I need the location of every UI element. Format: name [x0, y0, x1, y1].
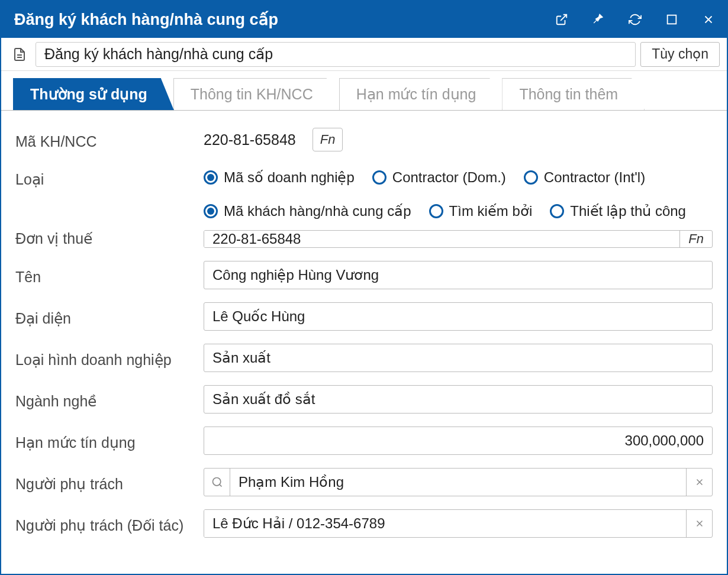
tab-bar: Thường sử dụng Thông tin KH/NCC Hạn mức …	[1, 71, 727, 111]
manager-clear-button[interactable]	[686, 469, 712, 496]
tax-label: Đơn vị thuế	[15, 203, 204, 247]
code-label: Mã KH/NCC	[15, 130, 204, 150]
name-label: Tên	[15, 265, 204, 286]
biztype-label: Loại hình doanh nghiệp	[15, 348, 204, 369]
radio-contractor-intl[interactable]: Contractor (Int'l)	[524, 169, 645, 186]
radio-business-code[interactable]: Mã số doanh nghiệp	[204, 169, 355, 186]
radio-icon	[204, 170, 218, 185]
manager-search-button[interactable]	[204, 469, 230, 496]
tax-input[interactable]	[204, 231, 679, 247]
svg-line-7	[219, 484, 221, 487]
tab-additional-info[interactable]: Thông tin thêm	[502, 78, 645, 110]
radio-icon	[204, 204, 218, 218]
window-title: Đăng ký khách hàng/nhà cung cấp	[14, 10, 278, 29]
partner-clear-button[interactable]	[686, 510, 712, 537]
credit-input[interactable]	[204, 427, 713, 455]
tab-frequently-used[interactable]: Thường sử dụng	[13, 78, 174, 110]
clear-icon	[694, 518, 705, 529]
tax-fn-button[interactable]: Fn	[679, 231, 712, 247]
maximize-icon	[665, 13, 678, 26]
industry-label: Ngành nghề	[15, 389, 204, 410]
options-button[interactable]: Tùy chọn	[640, 42, 720, 67]
name-input[interactable]	[204, 261, 713, 289]
type-label: Loại	[15, 167, 204, 188]
refresh-button[interactable]	[617, 1, 653, 38]
radio-icon	[524, 170, 538, 185]
svg-rect-1	[668, 15, 677, 24]
radio-label: Thiết lập thủ công	[570, 203, 686, 219]
document-icon	[8, 43, 31, 66]
radio-icon	[429, 204, 443, 218]
breadcrumb[interactable]: Đăng ký khách hàng/nhà cung cấp	[36, 42, 636, 67]
titlebar-actions	[543, 1, 727, 38]
radio-label: Contractor (Int'l)	[544, 169, 645, 186]
industry-input[interactable]	[204, 385, 713, 414]
tab-credit-limit[interactable]: Hạn mức tín dụng	[339, 78, 503, 110]
radio-label: Contractor (Dom.)	[392, 169, 506, 186]
radio-icon	[550, 204, 564, 218]
radio-label: Tìm kiếm bởi	[449, 203, 533, 219]
radio-icon	[372, 170, 386, 185]
svg-line-0	[561, 15, 566, 21]
popout-icon	[555, 13, 568, 26]
code-value: 220-81-65848	[204, 131, 307, 148]
refresh-icon	[629, 13, 642, 26]
clear-icon	[694, 477, 705, 487]
svg-point-6	[212, 478, 220, 486]
code-fn-button[interactable]: Fn	[313, 128, 343, 151]
radio-contractor-dom[interactable]: Contractor (Dom.)	[372, 169, 506, 186]
pin-icon	[592, 13, 605, 26]
close-button[interactable]	[690, 1, 727, 38]
radio-label: Mã số doanh nghiệp	[224, 169, 355, 186]
credit-label: Hạn mức tín dụng	[15, 431, 204, 451]
popout-button[interactable]	[543, 1, 580, 38]
tab-customer-info[interactable]: Thông tin KH/NCC	[173, 78, 340, 110]
maximize-button[interactable]	[653, 1, 690, 38]
radio-manual-setup[interactable]: Thiết lập thủ công	[550, 203, 686, 219]
radio-search-by[interactable]: Tìm kiếm bởi	[429, 203, 533, 219]
rep-input[interactable]	[204, 302, 713, 331]
radio-label: Mã khách hàng/nhà cung cấp	[224, 203, 411, 219]
close-icon	[702, 13, 715, 26]
manager-label: Người phụ trách	[15, 472, 204, 493]
radio-customer-code[interactable]: Mã khách hàng/nhà cung cấp	[204, 203, 411, 219]
rep-label: Đại diện	[15, 306, 204, 327]
pin-button[interactable]	[580, 1, 617, 38]
partner-label: Người phụ trách (Đối tác)	[15, 513, 204, 534]
manager-input[interactable]	[230, 469, 686, 496]
search-icon	[211, 476, 223, 488]
biztype-input[interactable]	[204, 344, 713, 372]
partner-input[interactable]	[204, 510, 686, 537]
